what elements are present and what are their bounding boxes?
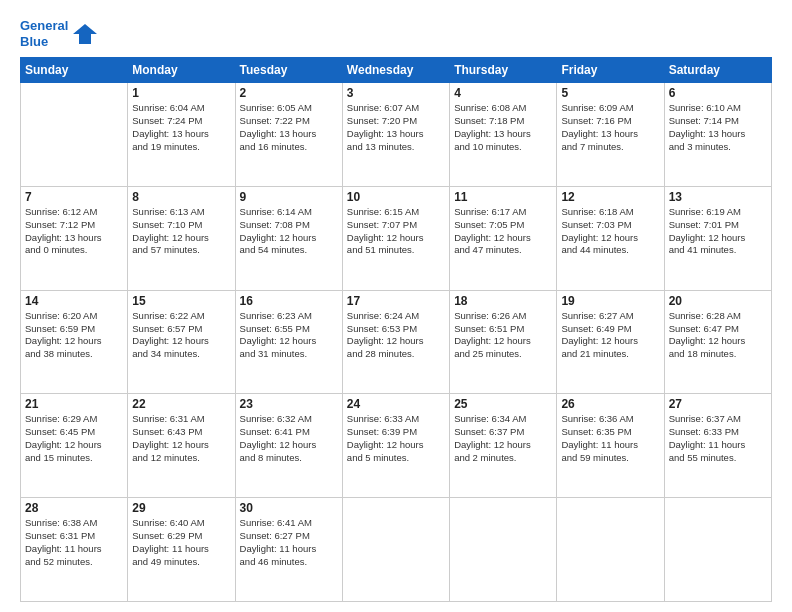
day-info: Sunrise: 6:26 AM Sunset: 6:51 PM Dayligh… xyxy=(454,310,552,361)
calendar-cell: 7Sunrise: 6:12 AM Sunset: 7:12 PM Daylig… xyxy=(21,186,128,290)
day-info: Sunrise: 6:33 AM Sunset: 6:39 PM Dayligh… xyxy=(347,413,445,464)
calendar-cell: 18Sunrise: 6:26 AM Sunset: 6:51 PM Dayli… xyxy=(450,290,557,394)
calendar-cell xyxy=(21,83,128,187)
day-info: Sunrise: 6:40 AM Sunset: 6:29 PM Dayligh… xyxy=(132,517,230,568)
day-info: Sunrise: 6:15 AM Sunset: 7:07 PM Dayligh… xyxy=(347,206,445,257)
day-info: Sunrise: 6:04 AM Sunset: 7:24 PM Dayligh… xyxy=(132,102,230,153)
day-info: Sunrise: 6:28 AM Sunset: 6:47 PM Dayligh… xyxy=(669,310,767,361)
day-number: 24 xyxy=(347,397,445,411)
calendar-cell: 4Sunrise: 6:08 AM Sunset: 7:18 PM Daylig… xyxy=(450,83,557,187)
calendar-cell xyxy=(342,498,449,602)
calendar-cell: 25Sunrise: 6:34 AM Sunset: 6:37 PM Dayli… xyxy=(450,394,557,498)
day-number: 22 xyxy=(132,397,230,411)
day-number: 28 xyxy=(25,501,123,515)
day-of-week-header: Thursday xyxy=(450,58,557,83)
calendar-cell: 8Sunrise: 6:13 AM Sunset: 7:10 PM Daylig… xyxy=(128,186,235,290)
calendar-cell: 9Sunrise: 6:14 AM Sunset: 7:08 PM Daylig… xyxy=(235,186,342,290)
day-number: 2 xyxy=(240,86,338,100)
calendar-cell: 11Sunrise: 6:17 AM Sunset: 7:05 PM Dayli… xyxy=(450,186,557,290)
day-number: 19 xyxy=(561,294,659,308)
day-number: 17 xyxy=(347,294,445,308)
logo-text-line2: Blue xyxy=(20,34,68,50)
day-number: 1 xyxy=(132,86,230,100)
day-number: 9 xyxy=(240,190,338,204)
calendar-cell: 21Sunrise: 6:29 AM Sunset: 6:45 PM Dayli… xyxy=(21,394,128,498)
day-number: 29 xyxy=(132,501,230,515)
day-of-week-header: Wednesday xyxy=(342,58,449,83)
day-info: Sunrise: 6:05 AM Sunset: 7:22 PM Dayligh… xyxy=(240,102,338,153)
day-info: Sunrise: 6:18 AM Sunset: 7:03 PM Dayligh… xyxy=(561,206,659,257)
calendar-cell: 24Sunrise: 6:33 AM Sunset: 6:39 PM Dayli… xyxy=(342,394,449,498)
calendar-cell: 1Sunrise: 6:04 AM Sunset: 7:24 PM Daylig… xyxy=(128,83,235,187)
calendar-cell: 15Sunrise: 6:22 AM Sunset: 6:57 PM Dayli… xyxy=(128,290,235,394)
day-number: 30 xyxy=(240,501,338,515)
day-of-week-header: Friday xyxy=(557,58,664,83)
calendar-cell: 12Sunrise: 6:18 AM Sunset: 7:03 PM Dayli… xyxy=(557,186,664,290)
calendar-cell: 10Sunrise: 6:15 AM Sunset: 7:07 PM Dayli… xyxy=(342,186,449,290)
calendar-cell: 6Sunrise: 6:10 AM Sunset: 7:14 PM Daylig… xyxy=(664,83,771,187)
day-info: Sunrise: 6:29 AM Sunset: 6:45 PM Dayligh… xyxy=(25,413,123,464)
logo-icon xyxy=(71,20,99,48)
day-info: Sunrise: 6:34 AM Sunset: 6:37 PM Dayligh… xyxy=(454,413,552,464)
calendar-cell: 16Sunrise: 6:23 AM Sunset: 6:55 PM Dayli… xyxy=(235,290,342,394)
day-number: 5 xyxy=(561,86,659,100)
logo-text-line1: General xyxy=(20,18,68,34)
day-number: 4 xyxy=(454,86,552,100)
calendar-cell xyxy=(664,498,771,602)
svg-marker-0 xyxy=(73,24,97,44)
day-number: 26 xyxy=(561,397,659,411)
calendar-cell: 22Sunrise: 6:31 AM Sunset: 6:43 PM Dayli… xyxy=(128,394,235,498)
day-info: Sunrise: 6:36 AM Sunset: 6:35 PM Dayligh… xyxy=(561,413,659,464)
day-number: 11 xyxy=(454,190,552,204)
day-info: Sunrise: 6:13 AM Sunset: 7:10 PM Dayligh… xyxy=(132,206,230,257)
day-of-week-header: Saturday xyxy=(664,58,771,83)
day-info: Sunrise: 6:17 AM Sunset: 7:05 PM Dayligh… xyxy=(454,206,552,257)
day-info: Sunrise: 6:19 AM Sunset: 7:01 PM Dayligh… xyxy=(669,206,767,257)
day-info: Sunrise: 6:14 AM Sunset: 7:08 PM Dayligh… xyxy=(240,206,338,257)
calendar-cell: 17Sunrise: 6:24 AM Sunset: 6:53 PM Dayli… xyxy=(342,290,449,394)
day-number: 6 xyxy=(669,86,767,100)
logo: General Blue xyxy=(20,18,99,49)
day-number: 7 xyxy=(25,190,123,204)
day-info: Sunrise: 6:09 AM Sunset: 7:16 PM Dayligh… xyxy=(561,102,659,153)
calendar-cell: 13Sunrise: 6:19 AM Sunset: 7:01 PM Dayli… xyxy=(664,186,771,290)
calendar-cell: 19Sunrise: 6:27 AM Sunset: 6:49 PM Dayli… xyxy=(557,290,664,394)
day-number: 14 xyxy=(25,294,123,308)
day-info: Sunrise: 6:37 AM Sunset: 6:33 PM Dayligh… xyxy=(669,413,767,464)
day-number: 10 xyxy=(347,190,445,204)
calendar-cell: 20Sunrise: 6:28 AM Sunset: 6:47 PM Dayli… xyxy=(664,290,771,394)
day-info: Sunrise: 6:12 AM Sunset: 7:12 PM Dayligh… xyxy=(25,206,123,257)
day-info: Sunrise: 6:20 AM Sunset: 6:59 PM Dayligh… xyxy=(25,310,123,361)
calendar-cell: 26Sunrise: 6:36 AM Sunset: 6:35 PM Dayli… xyxy=(557,394,664,498)
day-number: 16 xyxy=(240,294,338,308)
day-number: 18 xyxy=(454,294,552,308)
day-info: Sunrise: 6:24 AM Sunset: 6:53 PM Dayligh… xyxy=(347,310,445,361)
day-info: Sunrise: 6:07 AM Sunset: 7:20 PM Dayligh… xyxy=(347,102,445,153)
day-info: Sunrise: 6:10 AM Sunset: 7:14 PM Dayligh… xyxy=(669,102,767,153)
day-info: Sunrise: 6:41 AM Sunset: 6:27 PM Dayligh… xyxy=(240,517,338,568)
day-info: Sunrise: 6:08 AM Sunset: 7:18 PM Dayligh… xyxy=(454,102,552,153)
calendar-cell: 23Sunrise: 6:32 AM Sunset: 6:41 PM Dayli… xyxy=(235,394,342,498)
day-number: 15 xyxy=(132,294,230,308)
day-number: 12 xyxy=(561,190,659,204)
day-info: Sunrise: 6:31 AM Sunset: 6:43 PM Dayligh… xyxy=(132,413,230,464)
calendar-cell xyxy=(450,498,557,602)
day-of-week-header: Tuesday xyxy=(235,58,342,83)
calendar-cell: 29Sunrise: 6:40 AM Sunset: 6:29 PM Dayli… xyxy=(128,498,235,602)
calendar-cell: 5Sunrise: 6:09 AM Sunset: 7:16 PM Daylig… xyxy=(557,83,664,187)
day-info: Sunrise: 6:23 AM Sunset: 6:55 PM Dayligh… xyxy=(240,310,338,361)
day-of-week-header: Sunday xyxy=(21,58,128,83)
day-number: 8 xyxy=(132,190,230,204)
calendar: SundayMondayTuesdayWednesdayThursdayFrid… xyxy=(20,57,772,602)
day-number: 21 xyxy=(25,397,123,411)
day-info: Sunrise: 6:27 AM Sunset: 6:49 PM Dayligh… xyxy=(561,310,659,361)
calendar-cell: 30Sunrise: 6:41 AM Sunset: 6:27 PM Dayli… xyxy=(235,498,342,602)
day-number: 3 xyxy=(347,86,445,100)
day-of-week-header: Monday xyxy=(128,58,235,83)
calendar-cell: 27Sunrise: 6:37 AM Sunset: 6:33 PM Dayli… xyxy=(664,394,771,498)
day-info: Sunrise: 6:32 AM Sunset: 6:41 PM Dayligh… xyxy=(240,413,338,464)
calendar-cell: 28Sunrise: 6:38 AM Sunset: 6:31 PM Dayli… xyxy=(21,498,128,602)
day-number: 20 xyxy=(669,294,767,308)
calendar-cell: 2Sunrise: 6:05 AM Sunset: 7:22 PM Daylig… xyxy=(235,83,342,187)
day-number: 13 xyxy=(669,190,767,204)
